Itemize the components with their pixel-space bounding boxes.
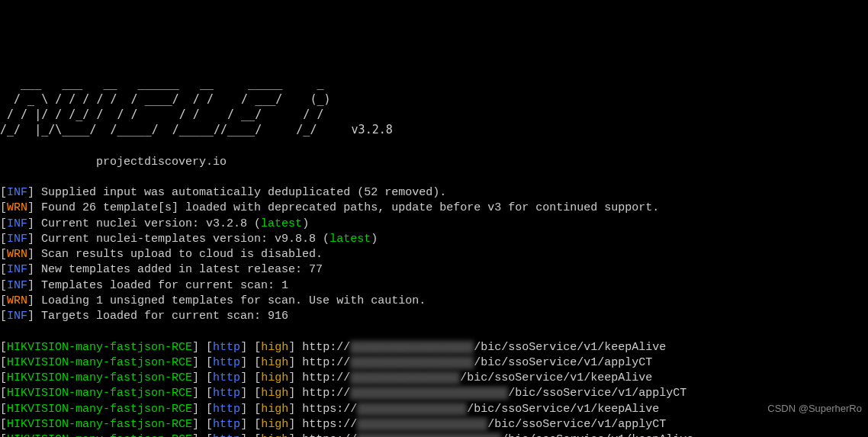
latest-badge: latest	[330, 233, 371, 246]
template-id: HIKVISION-many-fastjson-RCE	[7, 433, 192, 437]
ascii-logo-line: /_/ |_/\____/ /_____/ /_____//____/ /_/ …	[0, 123, 393, 137]
result-line: [HIKVISION-many-fastjson-RCE] [http] [hi…	[0, 355, 868, 371]
ascii-logo-line: / / |/ / /_/ / / / / / / __/ / /	[0, 108, 330, 121]
log-tag: INF	[7, 233, 27, 246]
result-line: [HIKVISION-many-fastjson-RCE] [http] [hi…	[0, 371, 868, 386]
severity: high	[261, 387, 288, 400]
log-message: Scan results upload to cloud is disabled…	[41, 248, 323, 261]
log-line: [INF] Supplied input was automatically d…	[0, 185, 868, 201]
scan-results: [HIKVISION-many-fastjson-RCE] [http] [hi…	[0, 340, 868, 438]
protocol: http	[213, 356, 240, 369]
log-message: Loading 1 unsigned templates for scan. U…	[41, 294, 426, 307]
template-id: HIKVISION-many-fastjson-RCE	[7, 371, 192, 384]
protocol: http	[213, 387, 240, 400]
severity: high	[261, 433, 288, 437]
log-message: Current nuclei version: v3.2.8 (	[41, 217, 261, 230]
protocol: http	[213, 418, 240, 431]
severity: high	[261, 341, 288, 354]
protocol: http	[213, 341, 240, 354]
version-text: v3.2.8	[352, 123, 393, 137]
protocol: http	[213, 371, 240, 384]
log-message: New templates added in latest release: 7…	[41, 263, 323, 276]
log-tag: INF	[7, 217, 27, 230]
log-line: [WRN] Found 26 template[s] loaded with d…	[0, 201, 868, 216]
log-line: [INF] Current nuclei-templates version: …	[0, 232, 868, 247]
severity: high	[261, 356, 288, 369]
protocol: http	[213, 433, 240, 437]
log-lines: [INF] Supplied input was automatically d…	[0, 185, 868, 324]
severity: high	[261, 418, 288, 431]
result-url: http://1xx.xxx.xxx.xxx.xx/bic/ssoService…	[302, 356, 652, 369]
log-line: [INF] New templates added in latest rele…	[0, 262, 868, 278]
log-tag: WRN	[7, 248, 27, 261]
template-id: HIKVISION-many-fastjson-RCE	[7, 356, 192, 369]
result-url: https://1xxxxxxxxxxxxxxxxxx/bic/ssoServi…	[302, 418, 666, 431]
protocol: http	[213, 403, 240, 416]
result-url: http://2xx.xxx.xxx.xxx:85/bic/ssoService…	[302, 341, 666, 354]
severity: high	[261, 403, 288, 416]
watermark-text: CSDN @SuperherRo	[767, 402, 862, 416]
log-line: [WRN] Loading 1 unsigned templates for s…	[0, 294, 868, 309]
result-url: http://2xx.xxx.xx.xxxxx/bic/ssoService/v…	[302, 371, 652, 384]
template-id: HIKVISION-many-fastjson-RCE	[7, 403, 192, 416]
result-line: [HIKVISION-many-fastjson-RCE] [http] [hi…	[0, 386, 868, 401]
severity: high	[261, 371, 288, 384]
log-tag: INF	[7, 310, 27, 323]
subtitle-text: projectdiscovery.io	[0, 156, 227, 169]
result-line: [HIKVISION-many-fastjson-RCE] [http] [hi…	[0, 402, 868, 417]
terminal-output: ___ ___ __ ______ __ _____ _ / _ \ / / /…	[0, 62, 868, 437]
log-tag: WRN	[7, 201, 27, 214]
result-url: https://1xxxxxxxxxxxxxxxxxxxx/bic/ssoSer…	[302, 433, 693, 437]
result-url: http://xxxxxxxxxxxxxxxxxxxxxxx/bic/ssoSe…	[302, 387, 686, 400]
template-id: HIKVISION-many-fastjson-RCE	[7, 418, 192, 431]
log-message: Templates loaded for current scan: 1	[41, 279, 288, 292]
result-url: https://1xxxxxxxxxxxxxxx/bic/ssoService/…	[302, 403, 659, 416]
log-tag: INF	[7, 263, 27, 276]
result-line: [HIKVISION-many-fastjson-RCE] [http] [hi…	[0, 340, 868, 355]
log-line: [WRN] Scan results upload to cloud is di…	[0, 247, 868, 262]
result-line: [HIKVISION-many-fastjson-RCE] [http] [hi…	[0, 432, 868, 437]
template-id: HIKVISION-many-fastjson-RCE	[7, 387, 192, 400]
log-tag: WRN	[7, 294, 27, 307]
log-line: [INF] Targets loaded for current scan: 9…	[0, 309, 868, 324]
latest-badge: latest	[261, 217, 302, 230]
log-message: Found 26 template[s] loaded with depreca…	[41, 201, 659, 214]
template-id: HIKVISION-many-fastjson-RCE	[7, 341, 192, 354]
ascii-logo-line: / _ \ / / / / / / ____/ / / / ___/ (_)	[0, 92, 330, 106]
log-message: Supplied input was automatically dedupli…	[41, 186, 446, 199]
log-line: [INF] Current nuclei version: v3.2.8 (la…	[0, 217, 868, 232]
result-line: [HIKVISION-many-fastjson-RCE] [http] [hi…	[0, 417, 868, 432]
log-tag: INF	[7, 186, 27, 199]
log-message: Current nuclei-templates version: v9.8.8…	[41, 233, 330, 246]
log-line: [INF] Templates loaded for current scan:…	[0, 278, 868, 294]
log-message: Targets loaded for current scan: 916	[41, 310, 288, 323]
ascii-logo: ___ ___ __ ______ __ _____ _	[0, 76, 330, 90]
log-tag: INF	[7, 279, 27, 292]
